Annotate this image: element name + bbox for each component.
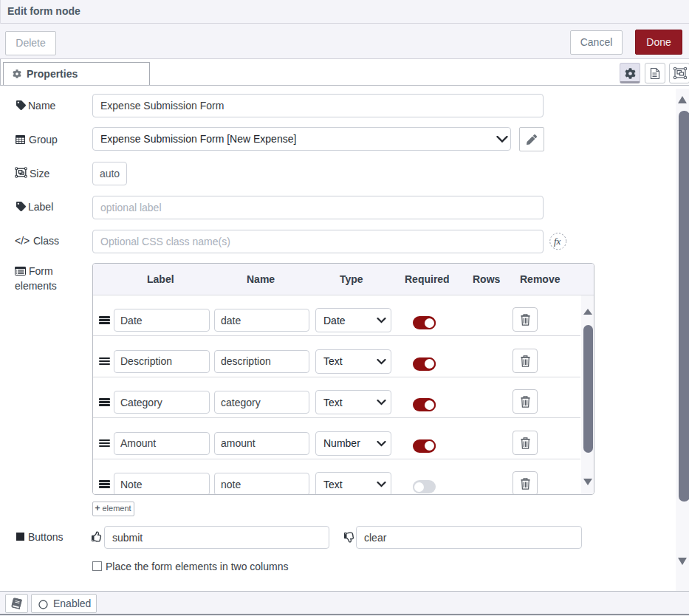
svg-text:fx: fx [554, 236, 561, 247]
